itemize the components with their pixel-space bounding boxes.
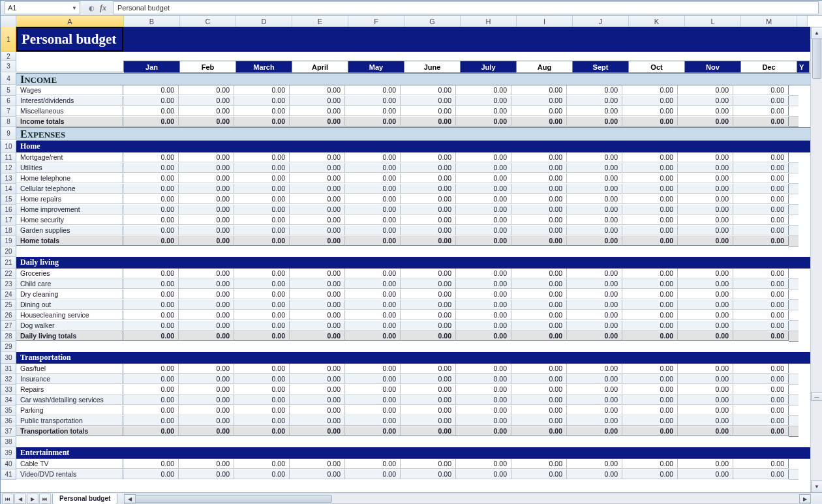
data-cell[interactable]: 0.00 bbox=[733, 289, 789, 299]
data-cell[interactable]: 0.00 bbox=[456, 310, 511, 320]
column-header-g[interactable]: G bbox=[404, 16, 461, 27]
data-cell[interactable]: 0.00 bbox=[678, 426, 733, 436]
data-cell[interactable]: 0.00 bbox=[678, 205, 733, 215]
data-cell[interactable]: 0.00 bbox=[179, 469, 234, 479]
data-cell[interactable]: 0.00 bbox=[678, 395, 733, 405]
data-cell[interactable]: 0.00 bbox=[678, 416, 733, 426]
data-cell[interactable]: 0.00 bbox=[179, 163, 234, 173]
data-cell[interactable]: 0.00 bbox=[123, 395, 179, 405]
data-cell[interactable]: 0.00 bbox=[567, 406, 622, 415]
row-header-39[interactable]: 39 bbox=[1, 447, 16, 459]
data-cell[interactable]: 0.00 bbox=[678, 279, 733, 289]
data-cell[interactable]: 0.00 bbox=[511, 406, 567, 415]
row-header-20[interactable]: 20 bbox=[1, 246, 16, 257]
row-header-31[interactable]: 31 bbox=[1, 364, 16, 374]
data-cell[interactable]: 0.00 bbox=[511, 459, 567, 469]
data-cell[interactable]: 0.00 bbox=[622, 395, 678, 405]
data-cell[interactable]: 0.00 bbox=[123, 364, 179, 374]
row-header-1[interactable]: 1 bbox=[1, 27, 16, 52]
column-header-f[interactable]: F bbox=[348, 16, 404, 27]
tab-nav-first-icon[interactable]: ⏮ bbox=[2, 494, 14, 504]
data-cell[interactable]: 0.00 bbox=[345, 163, 401, 173]
month-header-july[interactable]: July bbox=[461, 61, 517, 73]
row-header-22[interactable]: 22 bbox=[1, 269, 16, 279]
data-cell[interactable]: 0.00 bbox=[622, 364, 678, 374]
data-cell[interactable]: 0.00 bbox=[290, 459, 345, 469]
data-cell[interactable]: 0.00 bbox=[234, 269, 290, 278]
data-cell[interactable]: 0.00 bbox=[290, 395, 345, 405]
data-cell[interactable]: 0.00 bbox=[567, 374, 622, 384]
data-cell[interactable]: 0.00 bbox=[622, 85, 678, 95]
data-cell[interactable]: 0.00 bbox=[401, 279, 456, 289]
month-header-dec[interactable]: Dec bbox=[741, 61, 797, 73]
row-label[interactable]: Groceries bbox=[16, 269, 123, 278]
row-header-24[interactable]: 24 bbox=[1, 289, 16, 300]
data-cell[interactable]: 0.00 bbox=[123, 269, 179, 278]
data-cell[interactable]: 0.00 bbox=[733, 194, 789, 204]
data-cell[interactable]: 0.00 bbox=[567, 459, 622, 469]
data-cell[interactable]: 0.00 bbox=[290, 426, 345, 436]
formula-input[interactable]: Personal budget bbox=[113, 1, 819, 14]
data-cell[interactable]: 0.00 bbox=[622, 163, 678, 173]
data-cell[interactable]: 0.00 bbox=[234, 236, 290, 246]
data-cell[interactable]: 0.00 bbox=[401, 395, 456, 405]
data-cell[interactable]: 0.00 bbox=[401, 205, 456, 215]
data-cell[interactable]: 0.00 bbox=[733, 331, 789, 341]
data-cell[interactable]: 0.00 bbox=[622, 374, 678, 384]
column-header-e[interactable]: E bbox=[292, 16, 348, 27]
data-cell[interactable]: 0.00 bbox=[622, 215, 678, 225]
data-cell[interactable]: 0.00 bbox=[733, 269, 789, 278]
data-cell[interactable]: 0.00 bbox=[511, 321, 567, 331]
data-cell[interactable]: 0.00 bbox=[401, 300, 456, 310]
data-cell[interactable]: 0.00 bbox=[123, 153, 179, 162]
data-cell[interactable]: 0.00 bbox=[622, 310, 678, 320]
data-cell[interactable]: 0.00 bbox=[678, 331, 733, 341]
row-header-19[interactable]: 19 bbox=[1, 236, 16, 246]
row-label[interactable]: Insurance bbox=[16, 374, 123, 384]
data-cell[interactable]: 0.00 bbox=[511, 385, 567, 394]
scroll-right-icon[interactable]: ▶ bbox=[799, 494, 811, 503]
data-cell[interactable]: 0.00 bbox=[401, 269, 456, 278]
data-cell[interactable]: 0.00 bbox=[234, 300, 290, 310]
scroll-left-icon[interactable]: ◀ bbox=[124, 494, 136, 503]
data-cell[interactable]: 0.00 bbox=[290, 194, 345, 204]
data-cell[interactable]: 0.00 bbox=[234, 215, 290, 225]
data-cell[interactable]: 0.00 bbox=[234, 153, 290, 162]
data-cell[interactable]: 0.00 bbox=[678, 459, 733, 469]
data-cell[interactable]: 0.00 bbox=[234, 426, 290, 436]
data-cell[interactable]: 0.00 bbox=[123, 85, 179, 95]
data-cell[interactable]: 0.00 bbox=[733, 153, 789, 162]
row-header-26[interactable]: 26 bbox=[1, 310, 16, 321]
row-header-36[interactable]: 36 bbox=[1, 416, 16, 426]
row-header-28[interactable]: 28 bbox=[1, 331, 16, 342]
data-cell[interactable]: 0.00 bbox=[123, 226, 179, 235]
data-cell[interactable]: 0.00 bbox=[290, 300, 345, 310]
data-cell[interactable]: 0.00 bbox=[567, 236, 622, 246]
data-cell[interactable]: 0.00 bbox=[234, 310, 290, 320]
data-cell[interactable]: 0.00 bbox=[511, 194, 567, 204]
data-cell[interactable]: 0.00 bbox=[234, 85, 290, 95]
data-cell-extra[interactable] bbox=[789, 184, 799, 194]
row-label[interactable]: Home totals bbox=[16, 236, 123, 246]
data-cell[interactable]: 0.00 bbox=[401, 173, 456, 183]
row-header-5[interactable]: 5 bbox=[1, 85, 16, 96]
data-cell[interactable]: 0.00 bbox=[567, 289, 622, 299]
data-cell[interactable]: 0.00 bbox=[733, 385, 789, 394]
data-cell[interactable]: 0.00 bbox=[123, 279, 179, 289]
data-cell[interactable]: 0.00 bbox=[733, 184, 789, 194]
data-cell[interactable]: 0.00 bbox=[456, 300, 511, 310]
data-cell[interactable]: 0.00 bbox=[456, 374, 511, 384]
data-cell[interactable]: 0.00 bbox=[123, 459, 179, 469]
data-cell[interactable]: 0.00 bbox=[401, 289, 456, 299]
row-header-15[interactable]: 15 bbox=[1, 194, 16, 205]
month-header-aug[interactable]: Aug bbox=[517, 61, 573, 73]
row-header-8[interactable]: 8 bbox=[1, 117, 16, 127]
data-cell[interactable]: 0.00 bbox=[622, 117, 678, 126]
data-cell[interactable]: 0.00 bbox=[123, 163, 179, 173]
data-cell[interactable]: 0.00 bbox=[511, 416, 567, 426]
data-cell[interactable]: 0.00 bbox=[179, 173, 234, 183]
row-header-4[interactable]: 4 bbox=[1, 73, 16, 85]
data-cell[interactable]: 0.00 bbox=[401, 226, 456, 235]
data-cell[interactable]: 0.00 bbox=[622, 416, 678, 426]
row-header-14[interactable]: 14 bbox=[1, 184, 16, 194]
